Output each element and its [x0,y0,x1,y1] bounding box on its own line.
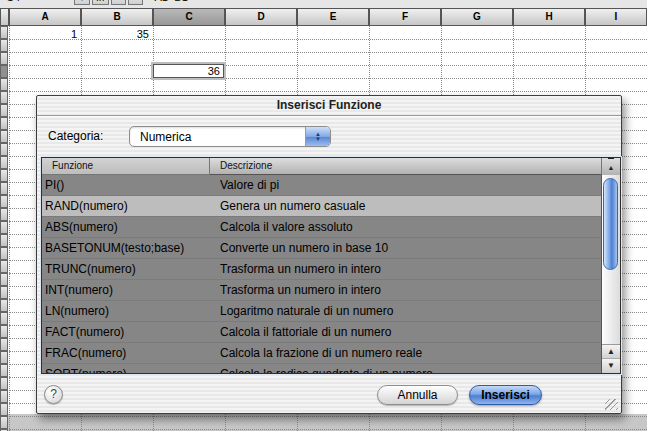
row-header[interactable] [0,52,8,65]
list-item[interactable]: PI()Valore di pi [42,175,601,196]
function-name: BASETONUM(testo;base) [45,238,210,259]
row-header[interactable] [0,273,8,286]
row-header[interactable] [0,182,8,195]
category-popup[interactable]: Numerica ▲▼ [129,126,331,147]
chevron-down-icon[interactable]: ▾ [74,0,90,5]
function-name: SQRT(numero) [45,364,210,373]
row-header[interactable] [0,260,8,273]
row-header[interactable] [0,247,8,260]
help-button[interactable]: ? [44,385,63,404]
popup-arrows-icon: ▲▼ [305,127,330,146]
column-header-f[interactable]: F [369,8,441,26]
row-header[interactable] [0,390,8,403]
row-header[interactable] [0,416,8,429]
gridline [9,91,647,92]
resize-handle[interactable] [605,399,618,410]
list-body: PI()Valore di pi RAND(numero)Genera un n… [42,175,601,373]
column-header-e[interactable]: E [297,8,369,26]
row-header[interactable] [0,195,8,208]
function-description: Calcola il fattoriale di un numero [220,322,597,343]
gridline [9,26,10,431]
function-description: Calcola la frazione di un numero reale [220,343,597,364]
formula-text[interactable]: =A1+B1 [148,0,188,8]
row-header[interactable] [0,169,8,182]
list-item[interactable]: FRAC(numero)Calcola la frazione di un nu… [42,343,601,364]
function-description: Trasforma un numero in intero [220,280,597,301]
row-header[interactable] [0,130,8,143]
row-header[interactable] [0,377,8,390]
row-header[interactable] [0,299,8,312]
row-header[interactable] [0,325,8,338]
function-name: RAND(numero) [45,196,210,217]
cell-b1[interactable]: 35 [81,28,152,40]
function-name: TRUNC(numero) [45,259,210,280]
row-header[interactable] [0,156,8,169]
list-item[interactable]: ABS(numero)Calcola il valore assoluto [42,217,601,238]
function-description: Valore di pi [220,175,597,196]
function-description: Logaritmo naturale di un numero [220,301,597,322]
column-header-funzione[interactable]: Funzione [42,158,210,175]
function-description: Calcola la radice quadrata di un numero [220,364,597,373]
list-item[interactable]: RAND(numero)Genera un numero casuale [42,196,601,217]
function-list: Funzione Descrizione ▲ PI()Valore di pi … [41,157,621,374]
column-header-a[interactable]: A [9,8,81,26]
scroll-down-icon[interactable]: ▼ [602,358,620,373]
row-header[interactable] [0,364,8,377]
row-header[interactable] [0,312,8,325]
column-header-d[interactable]: D [225,8,297,26]
function-description: Converte un numero in base 10 [220,238,597,259]
function-name: LN(numero) [45,301,210,322]
select-all-corner[interactable] [0,8,9,26]
insert-function-dialog: Inserisci Funzione Categoria: Numerica ▲… [36,95,622,414]
selected-cell-c4[interactable]: 36 [153,64,224,78]
category-label: Categoria: [48,129,103,143]
row-header[interactable] [0,221,8,234]
function-name: PI() [45,175,210,196]
scrollbar[interactable]: ▲ ▼ [601,175,620,373]
column-header-b[interactable]: B [81,8,153,26]
accept-entry-icon[interactable]: ✓ [128,0,143,5]
column-header-i[interactable]: I [585,8,647,26]
scrollbar-thumb[interactable] [603,178,618,270]
row-header[interactable] [0,104,8,117]
row-header[interactable] [0,39,8,52]
function-name: FRAC(numero) [45,343,210,364]
cell-reference[interactable]: C4 [6,0,20,8]
cell-a1[interactable]: 1 [9,28,80,40]
row-header[interactable] [0,117,8,130]
cancel-entry-icon[interactable]: ✕ [111,0,126,5]
dialog-title: Inserisci Funzione [37,96,621,116]
function-name: FACT(numero) [45,322,210,343]
gridline [9,78,647,79]
row-header[interactable] [0,78,8,91]
cancel-button[interactable]: Annulla [377,385,458,405]
column-header-descrizione[interactable]: Descrizione [210,158,601,175]
row-header[interactable] [0,65,8,78]
category-popup-value: Numerica [140,127,191,147]
row-header[interactable] [0,143,8,156]
row-header[interactable] [0,234,8,247]
list-item[interactable]: SQRT(numero)Calcola la radice quadrata d… [42,364,601,373]
sort-order-icon[interactable]: ▲ [601,158,620,175]
column-header-h[interactable]: H [513,8,585,26]
row-header[interactable] [0,338,8,351]
list-item[interactable]: BASETONUM(testo;base)Converte un numero … [42,238,601,259]
fx-icon[interactable]: fx [92,0,109,5]
function-name: ABS(numero) [45,217,210,238]
column-header-c[interactable]: C [153,8,225,26]
list-item[interactable]: INT(numero)Trasforma un numero in intero [42,280,601,301]
list-item[interactable]: FACT(numero)Calcola il fattoriale di un … [42,322,601,343]
row-header[interactable] [0,208,8,221]
column-header-g[interactable]: G [441,8,513,26]
gridline [9,65,647,66]
row-header[interactable] [0,26,8,39]
list-item[interactable]: TRUNC(numero)Trasforma un numero in inte… [42,259,601,280]
row-header[interactable] [0,351,8,364]
function-description: Genera un numero casuale [220,196,597,217]
scroll-up-icon[interactable]: ▲ [602,344,620,359]
list-item[interactable]: LN(numero)Logaritmo naturale di un numer… [42,301,601,322]
insert-button[interactable]: Inserisci [469,385,542,405]
row-header[interactable] [0,286,8,299]
row-header[interactable] [0,91,8,104]
row-header[interactable] [0,403,8,416]
